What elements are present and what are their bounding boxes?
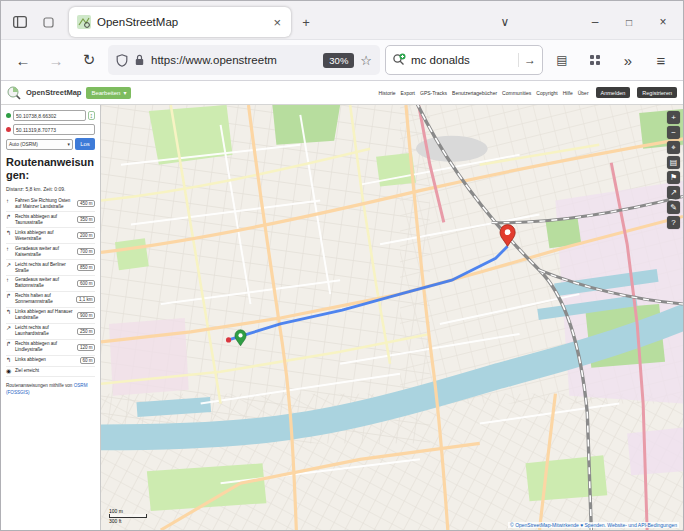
header-link-copyright[interactable]: Copyright [536, 90, 557, 96]
direction-turn-icon: ↑ [6, 246, 13, 253]
zoom-out-button[interactable]: − [667, 126, 680, 139]
bookmark-star-icon[interactable]: ☆ [360, 53, 372, 68]
login-button[interactable]: Anmelden [596, 87, 631, 98]
direction-text: Links abbiegen auf Weserstraße [15, 230, 75, 242]
tab-close-icon[interactable]: × [271, 15, 283, 30]
direction-step[interactable]: ↰Links abbiegen60 m [6, 356, 95, 367]
directions-title: Routenanweisungen: [6, 156, 95, 181]
direction-text: Fahren Sie Richtung Osten auf Mainzer La… [15, 198, 75, 210]
minimize-button[interactable]: – [579, 9, 611, 35]
direction-turn-icon: ↗ [6, 262, 13, 269]
engine-caret-icon: ▾ [68, 142, 70, 147]
add-note-button[interactable]: ✎ [667, 201, 680, 214]
direction-distance: 600 m [77, 280, 95, 287]
map-canvas[interactable]: +−⌖▤⚑↗✎? 100 m 300 ft © OpenStreetMap-Mi… [101, 105, 683, 530]
header-links: HistorieExportGPS-TracksBenutzertagebüch… [379, 90, 589, 96]
direction-distance: 250 m [77, 328, 95, 335]
library-glyph: ▤ [556, 53, 567, 67]
direction-text: Leicht rechts auf Berliner Straße [15, 262, 75, 274]
route-engine-row: Auto (OSRM) ▾ Los [6, 138, 95, 150]
overflow-menu-icon[interactable]: » [614, 46, 642, 74]
header-link-hilfe[interactable]: Hilfe [563, 90, 573, 96]
direction-turn-icon: ↱ [6, 341, 13, 348]
direction-distance: 60 m [80, 357, 95, 364]
direction-step[interactable]: ↑Geradeaus weiter auf Battonnstraße600 m [6, 276, 95, 292]
app-menu-icon[interactable]: ≡ [647, 46, 675, 74]
firefox-view-glyph [13, 16, 27, 28]
browser-window: OpenStreetMap × + ∨ – □ × ← → ↻ https://… [0, 0, 684, 531]
url-text[interactable]: https://www.openstreetm [151, 54, 317, 66]
tab-openstreetmap[interactable]: OpenStreetMap × [69, 7, 291, 37]
direction-turn-icon: ↑ [6, 277, 13, 284]
share-button[interactable]: ↗ [667, 186, 680, 199]
route-from-input[interactable] [13, 110, 86, 121]
browser-tab-bar: OpenStreetMap × + ∨ – □ × [1, 1, 683, 39]
direction-step[interactable]: ↰Links abbiegen auf Hanauer Landstraße90… [6, 308, 95, 324]
url-bar[interactable]: https://www.openstreetm 30% ☆ [108, 45, 380, 75]
zoom-in-button[interactable]: + [667, 111, 680, 124]
close-window-button[interactable]: × [647, 9, 679, 35]
header-link-benutzertagebcher[interactable]: Benutzertagebücher [452, 90, 497, 96]
locate-button[interactable]: ⌖ [667, 141, 680, 154]
search-go-icon[interactable]: → [518, 53, 536, 67]
header-link-ber[interactable]: Über [578, 90, 589, 96]
library-icon[interactable]: ▤ [548, 46, 576, 74]
openstreetmap-logo-icon [7, 86, 21, 100]
page-zoom-badge[interactable]: 30% [323, 53, 354, 68]
route-to-input[interactable] [13, 124, 95, 135]
direction-step[interactable]: ↗Leicht rechts auf Launhardtstraße250 m [6, 324, 95, 340]
direction-step[interactable]: ↑Fahren Sie Richtung Osten auf Mainzer L… [6, 196, 95, 212]
direction-turn-icon: ↱ [6, 214, 13, 221]
edit-button[interactable]: Bearbeiten ▾ [86, 87, 131, 99]
reload-button[interactable]: ↻ [75, 46, 103, 74]
layers-button[interactable]: ▤ [667, 156, 680, 169]
direction-step[interactable]: ↰Links abbiegen auf Weserstraße200 m [6, 228, 95, 244]
direction-step[interactable]: ↗Leicht rechts auf Berliner Straße850 m [6, 260, 95, 276]
lock-icon[interactable] [134, 54, 145, 66]
new-tab-button[interactable]: + [293, 9, 319, 35]
direction-step[interactable]: ↱Rechts abbiegen auf Lindleystraße120 m [6, 340, 95, 356]
direction-text: Ziel erreicht [15, 368, 95, 374]
direction-distance: 200 m [77, 232, 95, 239]
swap-directions-icon[interactable]: ↕ [88, 111, 96, 120]
back-button[interactable]: ← [9, 46, 37, 74]
credit-text: Routenanweisungen mithilfe von [6, 383, 72, 388]
forward-button[interactable]: → [42, 46, 70, 74]
search-engine-icon[interactable] [392, 53, 406, 67]
direction-text: Rechts halten auf Sonnemannstraße [15, 293, 74, 305]
search-input[interactable]: mc donalds [411, 54, 513, 66]
edit-caret-icon[interactable]: ▾ [123, 89, 126, 96]
map-attribution[interactable]: © OpenStreetMap-Mitwirkende ♥ Spenden. W… [508, 522, 679, 528]
via-point-marker[interactable] [226, 337, 231, 342]
direction-step[interactable]: ↱Rechts halten auf Sonnemannstraße1,1 km [6, 292, 95, 308]
map-key-button[interactable]: ⚑ [667, 171, 680, 184]
maximize-button[interactable]: □ [613, 9, 645, 35]
direction-turn-icon: ↰ [6, 230, 13, 237]
scale-feet: 300 ft [109, 518, 147, 524]
directions-sidebar: ↕ Auto (OSRM) ▾ Los Routenanweisungen: D… [1, 105, 101, 530]
pinned-tab-icon[interactable] [35, 9, 61, 35]
header-link-export[interactable]: Export [401, 90, 415, 96]
site-brand[interactable]: OpenStreetMap [26, 88, 81, 97]
direction-text: Links abbiegen [15, 357, 78, 363]
routing-engine-value: Auto (OSRM) [9, 142, 38, 147]
tracking-shield-icon[interactable] [116, 54, 128, 67]
header-link-historie[interactable]: Historie [379, 90, 396, 96]
extensions-glyph [590, 55, 600, 65]
signup-button[interactable]: Registrieren [637, 87, 677, 98]
header-link-gpstracks[interactable]: GPS-Tracks [420, 90, 447, 96]
search-bar[interactable]: mc donalds → [385, 45, 543, 75]
list-tabs-chevron-icon[interactable]: ∨ [489, 9, 521, 35]
tab-title: OpenStreetMap [97, 16, 265, 28]
browser-nav-bar: ← → ↻ https://www.openstreetm 30% ☆ mc d… [1, 39, 683, 81]
direction-step[interactable]: ◉Ziel erreicht [6, 367, 95, 378]
direction-step[interactable]: ↱Rechts abbiegen auf Taunusstraße350 m [6, 212, 95, 228]
direction-turn-icon: ◉ [6, 368, 13, 375]
header-link-communities[interactable]: Communities [502, 90, 531, 96]
direction-step[interactable]: ↑Geradeaus weiter auf Kaiserstraße700 m [6, 244, 95, 260]
route-go-button[interactable]: Los [75, 138, 95, 150]
extensions-icon[interactable] [581, 46, 609, 74]
routing-engine-select[interactable]: Auto (OSRM) ▾ [6, 139, 73, 150]
query-features-button[interactable]: ? [667, 216, 680, 229]
firefox-view-icon[interactable] [7, 9, 33, 35]
